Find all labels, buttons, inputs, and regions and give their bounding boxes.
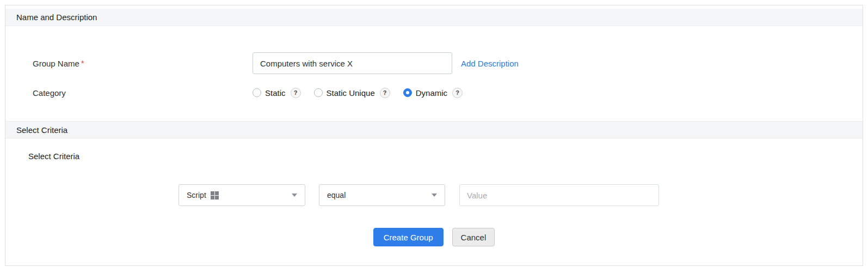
- add-description-link[interactable]: Add Description: [461, 59, 519, 68]
- radio-static-unique-label: Static Unique: [327, 88, 375, 98]
- select-criteria-label: Select Criteria: [5, 152, 863, 162]
- help-icon-dynamic[interactable]: ?: [452, 88, 463, 98]
- category-label: Category: [5, 88, 253, 98]
- criteria-row: Script equal: [5, 184, 863, 206]
- create-group-button[interactable]: Create Group: [373, 228, 444, 246]
- radio-option-static-unique[interactable]: Static Unique ?: [314, 88, 390, 98]
- radio-static-unique[interactable]: [314, 88, 323, 97]
- radio-option-static[interactable]: Static ?: [253, 88, 301, 98]
- attribute-dropdown[interactable]: Script: [178, 184, 305, 206]
- radio-dynamic[interactable]: [403, 88, 412, 97]
- group-name-field: Add Description: [253, 52, 519, 74]
- operator-dropdown[interactable]: equal: [319, 184, 445, 206]
- group-name-row: Group Name* Add Description: [5, 52, 863, 74]
- chevron-down-icon: [292, 194, 297, 197]
- radio-static-label: Static: [265, 88, 286, 98]
- group-name-input[interactable]: [253, 52, 452, 74]
- help-icon-static[interactable]: ?: [291, 88, 301, 98]
- section-header-select-criteria: Select Criteria: [5, 121, 863, 138]
- section-title-name-description: Name and Description: [16, 13, 97, 22]
- cancel-button[interactable]: Cancel: [452, 228, 495, 246]
- radio-dynamic-label: Dynamic: [416, 88, 447, 98]
- radio-option-dynamic[interactable]: Dynamic ?: [403, 88, 463, 98]
- section-title-select-criteria: Select Criteria: [16, 125, 67, 135]
- group-name-label: Group Name*: [5, 59, 253, 68]
- section-header-name-description: Name and Description: [5, 9, 863, 26]
- chevron-down-icon: [432, 194, 437, 197]
- radio-static[interactable]: [253, 88, 261, 97]
- category-options: Static ? Static Unique ? Dynamic ?: [253, 88, 476, 98]
- windows-icon: [211, 191, 219, 200]
- criteria-value-input[interactable]: [459, 184, 659, 206]
- help-icon-static-unique[interactable]: ?: [380, 88, 390, 98]
- operator-dropdown-value: equal: [327, 191, 346, 200]
- required-asterisk: *: [81, 59, 84, 68]
- create-group-panel: Name and Description Group Name* Add Des…: [5, 5, 863, 266]
- category-row: Category Static ? Static Unique ? Dynami…: [5, 83, 863, 102]
- attribute-dropdown-value: Script: [187, 191, 206, 200]
- form-actions: Create Group Cancel: [5, 228, 863, 246]
- group-name-label-text: Group Name: [33, 59, 79, 68]
